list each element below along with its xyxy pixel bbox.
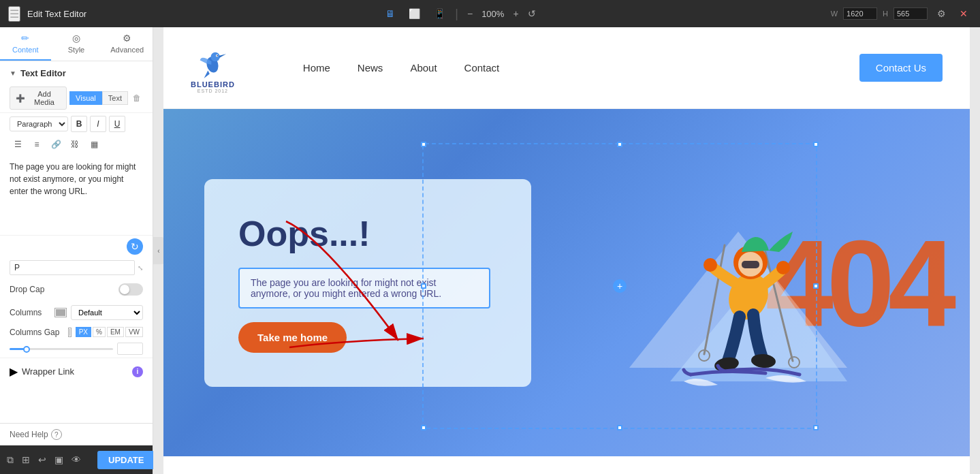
take-home-btn[interactable]: Take me home xyxy=(238,322,347,353)
unlink-btn[interactable]: ⛓ xyxy=(67,136,83,153)
zoom-out-btn[interactable]: − xyxy=(464,7,476,20)
settings-btn[interactable]: ⚙ xyxy=(933,7,950,20)
svg-point-10 xyxy=(776,261,790,274)
drop-cap-toggle[interactable] xyxy=(118,283,143,296)
add-media-label: Add Media xyxy=(28,90,61,106)
style-tab-icon: ◎ xyxy=(72,33,80,44)
handle-top-mid[interactable] xyxy=(617,142,622,147)
hamburger-icon[interactable]: ☰ xyxy=(8,6,20,22)
separator: | xyxy=(455,7,458,21)
nav-news[interactable]: News xyxy=(358,62,383,74)
text-editor-section-header[interactable]: ▼ Text Editor xyxy=(0,61,153,84)
handle-top-left[interactable] xyxy=(421,142,426,147)
height-input[interactable] xyxy=(894,7,928,20)
slider-track[interactable] xyxy=(10,348,113,350)
logo-sub: ESTD 2012 xyxy=(197,89,228,93)
canvas-area: ‹ xyxy=(153,27,980,474)
columns-row: Columns Default 2 3 xyxy=(0,301,153,324)
visual-view-btn[interactable]: Visual xyxy=(69,91,102,105)
close-btn[interactable]: ✕ xyxy=(955,7,972,20)
main-layout: ✏ Content ◎ Style ⚙ Advanced ▼ Text Edit… xyxy=(0,27,980,474)
link-btn[interactable]: 🔗 xyxy=(48,136,64,153)
preview-icon[interactable]: 👁 xyxy=(72,454,81,465)
italic-btn[interactable]: I xyxy=(90,116,106,132)
trash-btn[interactable]: 🗑 xyxy=(131,91,143,105)
update-btn[interactable]: UPDATE xyxy=(97,451,155,469)
percent-unit-btn[interactable]: % xyxy=(93,327,106,337)
content-tab-icon: ✏ xyxy=(21,33,29,44)
nav-contact[interactable]: Contact xyxy=(464,62,500,74)
canvas-collapse-btn[interactable]: ‹ xyxy=(153,237,164,264)
svg-point-3 xyxy=(217,54,219,56)
text-view-btn[interactable]: Text xyxy=(102,91,128,105)
logo-text: BLUEBIRD xyxy=(191,80,235,89)
need-help-btn[interactable]: Need Help ? xyxy=(10,429,62,440)
format-row: Paragraph Heading 1 Heading 2 B I U xyxy=(0,113,153,135)
layers-icon[interactable]: ⧉ xyxy=(7,454,14,466)
ordered-list-btn[interactable]: ≡ xyxy=(29,136,45,153)
slider-thumb[interactable] xyxy=(23,346,30,353)
table-btn[interactable]: ▦ xyxy=(86,136,102,153)
top-bar-left: ☰ Edit Text Editor xyxy=(8,6,86,22)
panel-tabs: ✏ Content ◎ Style ⚙ Advanced xyxy=(0,27,153,61)
add-element-handle[interactable]: + xyxy=(613,279,627,293)
add-media-btn[interactable]: ➕ Add Media xyxy=(10,86,67,110)
handle-bottom-left[interactable] xyxy=(421,425,426,430)
bottom-panel: Need Help ? xyxy=(0,423,153,445)
text-editor-content: The page you are looking for might not e… xyxy=(10,162,136,196)
website-preview: BLUEBIRD ESTD 2012 Home News About Conta… xyxy=(163,27,970,474)
columns-label: Columns xyxy=(10,308,50,317)
col-gap-label: Columns Gap xyxy=(10,328,64,337)
paragraph-select[interactable]: Paragraph Heading 1 Heading 2 xyxy=(10,116,68,131)
handle-top-right[interactable] xyxy=(813,142,819,147)
responsive-icon[interactable]: ▣ xyxy=(54,454,63,465)
nav-links: Home News About Contact xyxy=(303,62,499,74)
unit-group: PX % EM VW xyxy=(76,327,143,337)
em-unit-btn[interactable]: EM xyxy=(107,327,124,337)
tab-style[interactable]: ◎ Style xyxy=(51,27,102,61)
page-title: Edit Text Editor xyxy=(27,9,86,19)
mobile-device-btn[interactable]: 📱 xyxy=(430,6,449,21)
p-input[interactable] xyxy=(10,260,135,275)
undo-action-icon[interactable]: ↩ xyxy=(38,454,46,465)
bottom-action-bar: ⧉ ⊞ ↩ ▣ 👁 UPDATE ▾ xyxy=(0,445,153,474)
tab-advanced[interactable]: ⚙ Advanced xyxy=(101,27,153,61)
regen-row: ↻ xyxy=(0,236,153,257)
panel-content: ▼ Text Editor ➕ Add Media Visual Text 🗑 … xyxy=(0,61,153,423)
contact-us-btn[interactable]: Contact Us xyxy=(859,54,943,82)
columns-select[interactable]: Default 2 3 xyxy=(71,305,143,320)
widgets-icon[interactable]: ⊞ xyxy=(22,454,30,465)
tab-advanced-label: Advanced xyxy=(110,46,144,54)
logo-bird-icon xyxy=(195,43,230,80)
regenerate-btn[interactable]: ↻ xyxy=(127,238,143,255)
resize-handle: ⤡ xyxy=(138,264,143,272)
bold-btn[interactable]: B xyxy=(71,116,87,132)
tab-content[interactable]: ✏ Content xyxy=(0,27,51,61)
zoom-in-btn[interactable]: + xyxy=(509,7,522,20)
wrapper-arrow-icon: ▶ xyxy=(10,365,18,378)
slider-value-input[interactable] xyxy=(117,343,143,355)
left-panel: ✏ Content ◎ Style ⚙ Advanced ▼ Text Edit… xyxy=(0,27,153,474)
error-text-box: The page you are looking for might not e… xyxy=(238,268,490,309)
hero-section: Oops...! The page you are looking for mi… xyxy=(163,109,970,456)
unordered-list-btn[interactable]: ☰ xyxy=(10,136,26,153)
list-format-row: ☰ ≡ 🔗 ⛓ ▦ xyxy=(0,135,153,154)
handle-bottom-mid[interactable] xyxy=(617,425,622,430)
wrapper-link-label: Wrapper Link xyxy=(22,366,74,377)
px-unit-btn[interactable]: PX xyxy=(76,327,91,337)
width-input[interactable] xyxy=(843,7,877,20)
nav-home[interactable]: Home xyxy=(303,62,330,74)
oops-title: Oops...! xyxy=(238,213,490,254)
vw-unit-btn[interactable]: VW xyxy=(125,327,143,337)
nav-about[interactable]: About xyxy=(410,62,437,74)
underline-btn[interactable]: U xyxy=(109,116,125,132)
slider-row xyxy=(0,340,153,358)
undo-btn[interactable]: ↺ xyxy=(528,8,536,19)
svg-point-9 xyxy=(704,258,717,272)
wrapper-info-icon: i xyxy=(132,366,143,377)
tablet-device-btn[interactable]: ⬜ xyxy=(405,6,424,21)
svg-point-1 xyxy=(211,52,220,61)
wrapper-link-row: ▶ Wrapper Link i xyxy=(0,358,153,385)
desktop-device-btn[interactable]: 🖥 xyxy=(381,6,399,21)
text-content-area[interactable]: The page you are looking for might not e… xyxy=(0,154,153,236)
